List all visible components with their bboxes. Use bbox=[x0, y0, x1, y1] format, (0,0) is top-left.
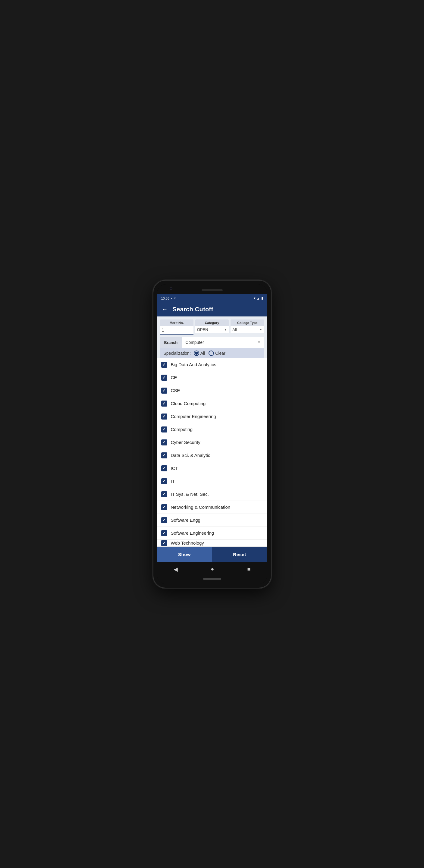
spec-list-item[interactable]: ✓ Software Engineering bbox=[157, 527, 267, 540]
app-bar: ← Search Cutoff bbox=[157, 302, 267, 316]
content-area: Merit No. Category OPEN ▼ bbox=[157, 316, 267, 562]
battery-icon: ▮ bbox=[261, 296, 263, 300]
check-mark-7: ✓ bbox=[162, 453, 166, 457]
spec-list-item[interactable]: ✓ Cyber Security bbox=[157, 436, 267, 449]
merit-no-input-wrap bbox=[160, 326, 193, 335]
radio-all[interactable]: All bbox=[194, 350, 205, 356]
checkbox-0[interactable]: ✓ bbox=[161, 362, 167, 368]
spec-list-item[interactable]: ✓ IT bbox=[157, 475, 267, 488]
nav-recent-button[interactable]: ■ bbox=[241, 565, 257, 574]
bottom-buttons: Show Reset bbox=[157, 547, 267, 562]
phone-screen: 10:36 ▪ ⊘ ▾ ▲ ▮ ← Search Cutoff Meri bbox=[157, 284, 267, 584]
checkbox-2[interactable]: ✓ bbox=[161, 388, 167, 394]
check-mark-9: ✓ bbox=[162, 479, 166, 483]
category-value: OPEN bbox=[197, 327, 208, 332]
home-indicator bbox=[203, 578, 221, 580]
branch-select[interactable]: Computer ▼ bbox=[182, 337, 264, 348]
spec-list-item[interactable]: ✓ Data Sci. & Analytic bbox=[157, 449, 267, 462]
spec-list-item[interactable]: ✓ Software Engg. bbox=[157, 514, 267, 527]
check-mark-3: ✓ bbox=[162, 401, 166, 405]
category-chevron: ▼ bbox=[224, 328, 227, 331]
checkbox-12[interactable]: ✓ bbox=[161, 517, 167, 523]
spec-item-name-4: Computer Engineering bbox=[171, 414, 216, 419]
spec-list-item[interactable]: ✓ Computing bbox=[157, 423, 267, 436]
check-mark-11: ✓ bbox=[162, 505, 166, 509]
branch-chevron: ▼ bbox=[258, 341, 261, 344]
radio-all-label: All bbox=[201, 351, 205, 355]
spec-item-name-2: CSE bbox=[171, 388, 180, 393]
check-mark-0: ✓ bbox=[162, 363, 166, 367]
status-left: 10:36 ▪ ⊘ bbox=[161, 297, 177, 300]
merit-no-col: Merit No. bbox=[160, 319, 193, 335]
spec-item-name-13: Software Engineering bbox=[171, 530, 214, 535]
college-type-col: College Type All ▼ bbox=[231, 319, 264, 335]
radio-clear[interactable]: Clear bbox=[209, 350, 225, 356]
spec-list-item[interactable]: ✓ CSE bbox=[157, 384, 267, 397]
checkbox-1[interactable]: ✓ bbox=[161, 375, 167, 381]
reset-button[interactable]: Reset bbox=[212, 547, 267, 562]
specialization-label: Specialization: bbox=[163, 351, 191, 355]
checkbox-14[interactable]: ✓ bbox=[161, 540, 167, 546]
radio-clear-label: Clear bbox=[215, 351, 225, 355]
spec-item-name-10: IT Sys. & Net. Sec. bbox=[171, 492, 209, 497]
spec-item-name-7: Data Sci. & Analytic bbox=[171, 453, 210, 458]
check-mark-14: ✓ bbox=[162, 541, 166, 545]
filter-section: Merit No. Category OPEN ▼ bbox=[157, 316, 267, 358]
nav-back-button[interactable]: ◀ bbox=[168, 565, 184, 574]
checkbox-6[interactable]: ✓ bbox=[161, 439, 167, 445]
spec-item-name-8: ICT bbox=[171, 466, 178, 471]
page-title: Search Cutoff bbox=[173, 306, 213, 313]
category-col: Category OPEN ▼ bbox=[195, 319, 229, 335]
speaker-grill bbox=[202, 289, 223, 291]
merit-no-label: Merit No. bbox=[160, 319, 193, 326]
checkbox-8[interactable]: ✓ bbox=[161, 465, 167, 471]
check-mark-5: ✓ bbox=[162, 427, 166, 431]
spec-item-name-14: Web Technology bbox=[171, 540, 204, 546]
category-select[interactable]: OPEN ▼ bbox=[195, 326, 229, 333]
check-mark-8: ✓ bbox=[162, 466, 166, 470]
spec-item-name-11: Networking & Communication bbox=[171, 504, 231, 510]
checkbox-13[interactable]: ✓ bbox=[161, 530, 167, 536]
spec-item-name-1: CE bbox=[171, 375, 177, 380]
college-type-chevron: ▼ bbox=[260, 328, 263, 331]
status-right: ▾ ▲ ▮ bbox=[254, 296, 263, 300]
spec-item-name-0: Big Data And Analytics bbox=[171, 362, 216, 367]
spec-list-item[interactable]: ✓ Computer Engineering bbox=[157, 410, 267, 423]
specialization-row: Specialization: All Clear bbox=[160, 348, 264, 358]
spec-item-name-5: Computing bbox=[171, 427, 193, 432]
spec-list-item[interactable]: ✓ Networking & Communication bbox=[157, 501, 267, 514]
college-type-select[interactable]: All ▼ bbox=[231, 326, 264, 333]
spec-list-item[interactable]: ✓ Web Technology bbox=[157, 540, 267, 547]
nav-home-button[interactable]: ● bbox=[205, 565, 220, 574]
checkbox-5[interactable]: ✓ bbox=[161, 427, 167, 433]
spec-list-item[interactable]: ✓ Cloud Computing bbox=[157, 397, 267, 410]
checkbox-3[interactable]: ✓ bbox=[161, 401, 167, 407]
filter-row: Merit No. Category OPEN ▼ bbox=[160, 319, 264, 335]
spec-list-item[interactable]: ✓ ICT bbox=[157, 462, 267, 475]
spec-item-name-9: IT bbox=[171, 478, 175, 484]
category-label: Category bbox=[195, 319, 229, 326]
spec-list-item[interactable]: ✓ Big Data And Analytics bbox=[157, 358, 267, 371]
nav-bar: ◀ ● ■ bbox=[157, 562, 267, 578]
checkbox-10[interactable]: ✓ bbox=[161, 491, 167, 497]
branch-tab: Branch bbox=[160, 337, 182, 348]
branch-value: Computer bbox=[185, 340, 204, 345]
merit-no-input[interactable] bbox=[162, 328, 192, 333]
checkbox-11[interactable]: ✓ bbox=[161, 504, 167, 510]
check-mark-12: ✓ bbox=[162, 518, 166, 522]
check-mark-10: ✓ bbox=[162, 492, 166, 496]
college-type-label: College Type bbox=[231, 319, 264, 326]
checkbox-4[interactable]: ✓ bbox=[161, 413, 167, 420]
check-mark-1: ✓ bbox=[162, 375, 166, 379]
spec-list-item[interactable]: ✓ CE bbox=[157, 371, 267, 384]
signal-icon: ▲ bbox=[257, 297, 260, 300]
check-mark-13: ✓ bbox=[162, 531, 166, 535]
radio-all-circle bbox=[194, 350, 199, 356]
radio-clear-circle bbox=[209, 350, 214, 356]
back-button[interactable]: ← bbox=[162, 306, 168, 313]
checkbox-9[interactable]: ✓ bbox=[161, 478, 167, 484]
specialization-list: ✓ Big Data And Analytics ✓ CE ✓ CSE ✓ Cl… bbox=[157, 358, 267, 547]
show-button[interactable]: Show bbox=[157, 547, 212, 562]
spec-list-item[interactable]: ✓ IT Sys. & Net. Sec. bbox=[157, 488, 267, 501]
checkbox-7[interactable]: ✓ bbox=[161, 453, 167, 458]
